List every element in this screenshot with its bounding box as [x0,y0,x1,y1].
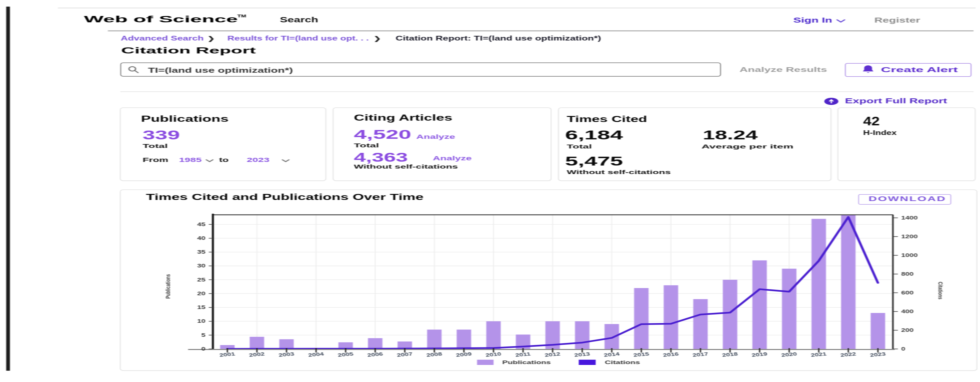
svg-text:2016: 2016 [662,351,679,358]
svg-text:10: 10 [197,319,205,324]
svg-text:1000: 1000 [901,252,918,258]
svg-text:Publications: Publications [502,359,550,365]
svg-text:20: 20 [197,291,205,296]
svg-text:2011: 2011 [515,351,531,358]
svg-text:40: 40 [197,236,205,241]
svg-text:25: 25 [197,277,205,282]
svg-text:2007: 2007 [396,351,413,358]
svg-text:800: 800 [901,271,913,277]
svg-text:2012: 2012 [544,351,561,358]
svg-text:2017: 2017 [692,351,708,358]
svg-text:0: 0 [901,346,905,352]
svg-text:2008: 2008 [426,351,442,358]
svg-text:2019: 2019 [751,351,768,358]
svg-text:2009: 2009 [455,351,472,358]
svg-text:30: 30 [197,263,205,268]
svg-text:2023: 2023 [870,351,886,358]
svg-text:5: 5 [201,332,205,338]
svg-text:Citations: Citations [937,282,944,300]
svg-text:2020: 2020 [781,351,797,358]
svg-text:2021: 2021 [810,351,827,358]
svg-text:2013: 2013 [574,351,590,358]
svg-text:1400: 1400 [901,215,918,220]
svg-text:2015: 2015 [633,351,649,358]
svg-text:Citations: Citations [605,360,640,365]
svg-text:35: 35 [197,249,205,255]
svg-text:2003: 2003 [278,351,294,358]
svg-text:2010: 2010 [485,351,501,358]
svg-text:2005: 2005 [337,351,354,358]
svg-text:15: 15 [197,304,205,310]
svg-text:2022: 2022 [840,351,856,358]
svg-text:2018: 2018 [722,351,738,358]
svg-text:2001: 2001 [219,351,235,358]
svg-text:2002: 2002 [248,351,265,358]
svg-text:600: 600 [901,290,913,295]
svg-text:400: 400 [901,309,913,314]
svg-text:1200: 1200 [901,234,918,239]
svg-text:0: 0 [201,346,205,352]
svg-text:200: 200 [901,328,913,333]
svg-text:2014: 2014 [603,351,620,358]
svg-text:Publications: Publications [164,274,171,298]
svg-text:2004: 2004 [307,351,324,358]
svg-text:45: 45 [197,222,205,227]
svg-text:2006: 2006 [367,351,383,358]
